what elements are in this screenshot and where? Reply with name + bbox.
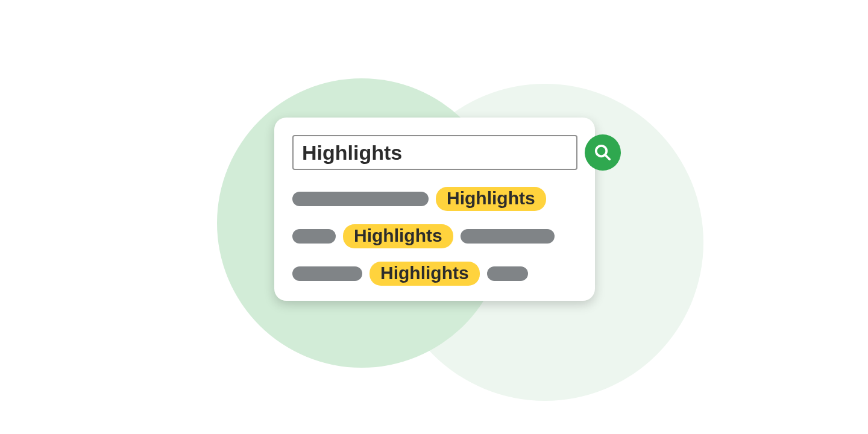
result-row: Highlights: [292, 262, 577, 285]
highlight-match: Highlights: [343, 224, 453, 248]
results-list: Highlights Highlights Highlights: [292, 187, 577, 285]
text-placeholder: [292, 192, 429, 206]
text-placeholder: [292, 266, 362, 281]
text-placeholder: [292, 229, 336, 244]
highlight-match: Highlights: [436, 187, 546, 211]
search-row: [292, 134, 577, 171]
highlight-match: Highlights: [370, 262, 480, 286]
text-placeholder: [461, 229, 555, 244]
search-icon: [594, 143, 612, 162]
result-row: Highlights: [292, 187, 577, 210]
illustration-stage: Highlights Highlights Highlights: [0, 0, 868, 434]
search-card: Highlights Highlights Highlights: [274, 118, 595, 301]
search-button[interactable]: [585, 134, 621, 171]
svg-line-1: [605, 155, 609, 159]
text-placeholder: [487, 266, 528, 281]
result-row: Highlights: [292, 225, 577, 248]
search-input[interactable]: [292, 135, 577, 170]
